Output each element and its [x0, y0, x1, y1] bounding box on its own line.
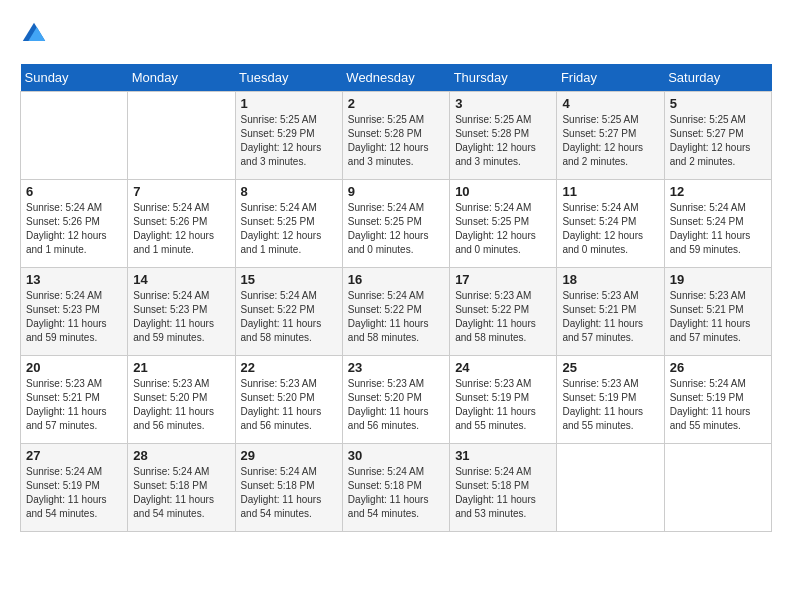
day-info: Sunrise: 5:24 AM Sunset: 5:18 PM Dayligh… [133, 465, 229, 521]
calendar-cell: 17Sunrise: 5:23 AM Sunset: 5:22 PM Dayli… [450, 268, 557, 356]
calendar-cell: 9Sunrise: 5:24 AM Sunset: 5:25 PM Daylig… [342, 180, 449, 268]
day-info: Sunrise: 5:24 AM Sunset: 5:19 PM Dayligh… [670, 377, 766, 433]
day-number: 8 [241, 184, 337, 199]
calendar-cell: 31Sunrise: 5:24 AM Sunset: 5:18 PM Dayli… [450, 444, 557, 532]
calendar-week-5: 27Sunrise: 5:24 AM Sunset: 5:19 PM Dayli… [21, 444, 772, 532]
day-number: 25 [562, 360, 658, 375]
day-info: Sunrise: 5:24 AM Sunset: 5:19 PM Dayligh… [26, 465, 122, 521]
calendar-cell: 28Sunrise: 5:24 AM Sunset: 5:18 PM Dayli… [128, 444, 235, 532]
calendar-cell: 27Sunrise: 5:24 AM Sunset: 5:19 PM Dayli… [21, 444, 128, 532]
day-number: 12 [670, 184, 766, 199]
calendar-cell [664, 444, 771, 532]
day-info: Sunrise: 5:23 AM Sunset: 5:21 PM Dayligh… [670, 289, 766, 345]
day-info: Sunrise: 5:24 AM Sunset: 5:22 PM Dayligh… [241, 289, 337, 345]
calendar-cell: 18Sunrise: 5:23 AM Sunset: 5:21 PM Dayli… [557, 268, 664, 356]
day-number: 18 [562, 272, 658, 287]
calendar-cell: 23Sunrise: 5:23 AM Sunset: 5:20 PM Dayli… [342, 356, 449, 444]
calendar-cell: 11Sunrise: 5:24 AM Sunset: 5:24 PM Dayli… [557, 180, 664, 268]
day-info: Sunrise: 5:24 AM Sunset: 5:22 PM Dayligh… [348, 289, 444, 345]
day-number: 11 [562, 184, 658, 199]
day-info: Sunrise: 5:24 AM Sunset: 5:23 PM Dayligh… [133, 289, 229, 345]
weekday-header-tuesday: Tuesday [235, 64, 342, 92]
calendar-cell: 5Sunrise: 5:25 AM Sunset: 5:27 PM Daylig… [664, 92, 771, 180]
day-info: Sunrise: 5:23 AM Sunset: 5:21 PM Dayligh… [26, 377, 122, 433]
calendar-week-4: 20Sunrise: 5:23 AM Sunset: 5:21 PM Dayli… [21, 356, 772, 444]
calendar-week-1: 1Sunrise: 5:25 AM Sunset: 5:29 PM Daylig… [21, 92, 772, 180]
calendar-cell: 6Sunrise: 5:24 AM Sunset: 5:26 PM Daylig… [21, 180, 128, 268]
day-info: Sunrise: 5:24 AM Sunset: 5:25 PM Dayligh… [241, 201, 337, 257]
calendar-cell: 4Sunrise: 5:25 AM Sunset: 5:27 PM Daylig… [557, 92, 664, 180]
calendar-cell: 13Sunrise: 5:24 AM Sunset: 5:23 PM Dayli… [21, 268, 128, 356]
weekday-header-wednesday: Wednesday [342, 64, 449, 92]
calendar-cell: 30Sunrise: 5:24 AM Sunset: 5:18 PM Dayli… [342, 444, 449, 532]
weekday-header-row: SundayMondayTuesdayWednesdayThursdayFrid… [21, 64, 772, 92]
calendar-body: 1Sunrise: 5:25 AM Sunset: 5:29 PM Daylig… [21, 92, 772, 532]
day-number: 27 [26, 448, 122, 463]
day-number: 24 [455, 360, 551, 375]
calendar-cell: 2Sunrise: 5:25 AM Sunset: 5:28 PM Daylig… [342, 92, 449, 180]
day-info: Sunrise: 5:24 AM Sunset: 5:26 PM Dayligh… [26, 201, 122, 257]
logo-icon [20, 20, 48, 48]
calendar-cell: 29Sunrise: 5:24 AM Sunset: 5:18 PM Dayli… [235, 444, 342, 532]
day-number: 26 [670, 360, 766, 375]
day-info: Sunrise: 5:23 AM Sunset: 5:20 PM Dayligh… [241, 377, 337, 433]
calendar-cell: 19Sunrise: 5:23 AM Sunset: 5:21 PM Dayli… [664, 268, 771, 356]
day-number: 4 [562, 96, 658, 111]
day-number: 28 [133, 448, 229, 463]
calendar-cell [128, 92, 235, 180]
day-number: 22 [241, 360, 337, 375]
logo [20, 20, 52, 48]
day-info: Sunrise: 5:25 AM Sunset: 5:27 PM Dayligh… [670, 113, 766, 169]
day-number: 17 [455, 272, 551, 287]
day-info: Sunrise: 5:24 AM Sunset: 5:18 PM Dayligh… [455, 465, 551, 521]
day-info: Sunrise: 5:25 AM Sunset: 5:28 PM Dayligh… [348, 113, 444, 169]
calendar-cell: 10Sunrise: 5:24 AM Sunset: 5:25 PM Dayli… [450, 180, 557, 268]
day-number: 30 [348, 448, 444, 463]
calendar-table: SundayMondayTuesdayWednesdayThursdayFrid… [20, 64, 772, 532]
calendar-cell: 21Sunrise: 5:23 AM Sunset: 5:20 PM Dayli… [128, 356, 235, 444]
calendar-cell: 24Sunrise: 5:23 AM Sunset: 5:19 PM Dayli… [450, 356, 557, 444]
calendar-cell: 8Sunrise: 5:24 AM Sunset: 5:25 PM Daylig… [235, 180, 342, 268]
day-info: Sunrise: 5:23 AM Sunset: 5:22 PM Dayligh… [455, 289, 551, 345]
day-info: Sunrise: 5:24 AM Sunset: 5:23 PM Dayligh… [26, 289, 122, 345]
calendar-header: SundayMondayTuesdayWednesdayThursdayFrid… [21, 64, 772, 92]
day-info: Sunrise: 5:23 AM Sunset: 5:19 PM Dayligh… [455, 377, 551, 433]
day-number: 6 [26, 184, 122, 199]
calendar-cell: 12Sunrise: 5:24 AM Sunset: 5:24 PM Dayli… [664, 180, 771, 268]
day-number: 1 [241, 96, 337, 111]
day-info: Sunrise: 5:23 AM Sunset: 5:21 PM Dayligh… [562, 289, 658, 345]
calendar-cell [21, 92, 128, 180]
day-info: Sunrise: 5:24 AM Sunset: 5:25 PM Dayligh… [455, 201, 551, 257]
calendar-cell: 25Sunrise: 5:23 AM Sunset: 5:19 PM Dayli… [557, 356, 664, 444]
calendar-cell: 3Sunrise: 5:25 AM Sunset: 5:28 PM Daylig… [450, 92, 557, 180]
calendar-cell: 1Sunrise: 5:25 AM Sunset: 5:29 PM Daylig… [235, 92, 342, 180]
day-info: Sunrise: 5:23 AM Sunset: 5:20 PM Dayligh… [348, 377, 444, 433]
calendar-cell: 22Sunrise: 5:23 AM Sunset: 5:20 PM Dayli… [235, 356, 342, 444]
weekday-header-monday: Monday [128, 64, 235, 92]
day-number: 7 [133, 184, 229, 199]
day-number: 3 [455, 96, 551, 111]
day-number: 9 [348, 184, 444, 199]
calendar-cell: 16Sunrise: 5:24 AM Sunset: 5:22 PM Dayli… [342, 268, 449, 356]
calendar-week-3: 13Sunrise: 5:24 AM Sunset: 5:23 PM Dayli… [21, 268, 772, 356]
day-number: 31 [455, 448, 551, 463]
day-info: Sunrise: 5:24 AM Sunset: 5:26 PM Dayligh… [133, 201, 229, 257]
day-number: 15 [241, 272, 337, 287]
day-info: Sunrise: 5:25 AM Sunset: 5:27 PM Dayligh… [562, 113, 658, 169]
day-info: Sunrise: 5:24 AM Sunset: 5:24 PM Dayligh… [562, 201, 658, 257]
day-info: Sunrise: 5:25 AM Sunset: 5:28 PM Dayligh… [455, 113, 551, 169]
weekday-header-sunday: Sunday [21, 64, 128, 92]
weekday-header-saturday: Saturday [664, 64, 771, 92]
day-number: 13 [26, 272, 122, 287]
weekday-header-thursday: Thursday [450, 64, 557, 92]
day-number: 23 [348, 360, 444, 375]
day-number: 20 [26, 360, 122, 375]
calendar-week-2: 6Sunrise: 5:24 AM Sunset: 5:26 PM Daylig… [21, 180, 772, 268]
day-info: Sunrise: 5:23 AM Sunset: 5:20 PM Dayligh… [133, 377, 229, 433]
calendar-cell: 20Sunrise: 5:23 AM Sunset: 5:21 PM Dayli… [21, 356, 128, 444]
weekday-header-friday: Friday [557, 64, 664, 92]
day-number: 5 [670, 96, 766, 111]
day-number: 19 [670, 272, 766, 287]
day-number: 2 [348, 96, 444, 111]
day-info: Sunrise: 5:24 AM Sunset: 5:24 PM Dayligh… [670, 201, 766, 257]
